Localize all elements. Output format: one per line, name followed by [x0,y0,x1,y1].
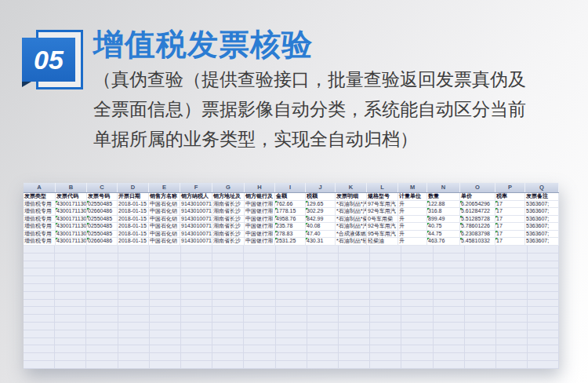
cell[interactable]: 17 [495,231,525,239]
column-header-A[interactable]: A [24,183,56,192]
cell[interactable]: 40.08 [306,223,336,231]
cell[interactable]: 增值税专用 [24,231,56,239]
cell[interactable]: 9143010071 [180,231,212,239]
cell[interactable]: 中国石化销 [149,216,180,224]
cell[interactable]: 2531.25 [275,238,306,246]
cell[interactable]: 4300171130 [56,201,87,209]
column-header-O[interactable]: O [460,183,495,192]
cell[interactable]: 5363607; [525,216,559,224]
cell[interactable]: 02660486 [87,208,118,216]
header-cell[interactable]: 规格型号 [367,193,398,201]
cell[interactable]: 中国石化销 [149,223,180,231]
cell[interactable]: 02550485 [87,216,118,224]
cell[interactable]: 中国银行湖 [245,238,275,246]
cell[interactable]: 02550485 [87,201,118,209]
column-header-H[interactable]: H [245,183,275,192]
cell[interactable]: 9143010071 [180,201,212,209]
header-cell[interactable]: 销售方名称 [149,193,180,201]
column-header-M[interactable]: M [398,183,427,192]
cell[interactable]: 97号车用汽 [367,201,398,209]
cell[interactable]: 6.23083798 [460,231,495,239]
cell[interactable]: 增值税专用 [24,238,56,246]
cell[interactable]: 842.99 [306,216,336,224]
cell[interactable]: 湖南省长沙 [212,231,245,239]
cell[interactable]: *石油制品*汽 [336,201,367,209]
header-cell[interactable]: 销方纳税人 [180,193,212,201]
cell[interactable]: 17 [495,238,525,246]
cell[interactable]: 中国银行湖 [245,231,275,239]
cell[interactable]: 463.76 [427,238,460,246]
cell[interactable]: 5363607; [525,201,559,209]
cell[interactable]: 9143010071 [180,216,212,224]
column-header-N[interactable]: N [427,183,460,192]
cell[interactable]: *石油制品*汽 [336,208,367,216]
cell[interactable]: 5363607; [525,238,559,246]
header-cell[interactable]: 发票备注 [525,193,559,201]
column-header-F[interactable]: F [180,183,212,192]
cell[interactable]: 47.40 [306,231,336,239]
cell[interactable]: 2018-01-15 [118,208,149,216]
cell[interactable]: 2018-01-15 [118,223,149,231]
column-header-J[interactable]: J [306,183,336,192]
cell[interactable]: 278.83 [275,231,306,239]
column-header-G[interactable]: G [212,183,245,192]
cell[interactable]: 6.20654296 [460,201,495,209]
cell[interactable]: 92号车用汽 [367,223,398,231]
cell[interactable]: 湖南省长沙 [212,201,245,209]
cell[interactable]: 17 [495,208,525,216]
cell[interactable]: 湖南省长沙 [212,238,245,246]
header-cell[interactable]: 计量单位 [398,193,427,201]
cell[interactable]: *石油制品*轻 [336,238,367,246]
column-header-K[interactable]: K [336,183,367,192]
cell[interactable]: 中国银行湖 [245,223,275,231]
cell[interactable]: 02550485 [87,231,118,239]
cell[interactable]: 4300171130 [56,216,87,224]
header-cell[interactable]: 发票类型 [24,193,56,201]
cell[interactable]: 9143010071 [180,223,212,231]
cell[interactable]: 2018-01-15 [118,216,149,224]
cell[interactable]: 0号车用柴 [367,216,398,224]
header-cell[interactable]: 单价 [460,193,495,201]
cell[interactable]: 4300171130 [56,231,87,239]
cell[interactable]: 5363607; [525,231,559,239]
cell[interactable]: 4300171130 [56,223,87,231]
cell[interactable]: 中国石化销 [149,201,180,209]
cell[interactable]: 95号车用汽 [367,231,398,239]
cell[interactable]: 5.51285728 [460,216,495,224]
cell[interactable]: 4958.76 [275,216,306,224]
cell[interactable]: 430.31 [306,238,336,246]
cell[interactable]: 762.66 [275,201,306,209]
cell[interactable]: 增值税专用 [24,223,56,231]
cell[interactable]: 1778.15 [275,208,306,216]
column-header-D[interactable]: D [118,183,149,192]
cell[interactable]: 302.29 [306,208,336,216]
cell[interactable]: 122.88 [427,201,460,209]
cell[interactable]: 增值税专用 [24,201,56,209]
cell[interactable]: 02550485 [87,223,118,231]
cell[interactable]: 5.61284722 [460,208,495,216]
cell[interactable]: 9143010071 [180,208,212,216]
cell[interactable]: 中国银行湖 [245,208,275,216]
cell[interactable]: 升 [398,238,427,246]
cell[interactable]: 2018-01-15 [118,238,149,246]
cell[interactable]: *石油制品*汽 [336,223,367,231]
cell[interactable]: 5.45810332 [460,238,495,246]
cell[interactable]: 235.78 [275,223,306,231]
header-cell[interactable]: 销方银行及 [245,193,275,201]
cell[interactable]: 17 [495,216,525,224]
column-header-L[interactable]: L [367,183,398,192]
cell[interactable]: 升 [398,231,427,239]
cell[interactable]: 升 [398,208,427,216]
cell[interactable]: 湖南省长沙 [212,216,245,224]
header-cell[interactable]: 税率 [495,193,525,201]
header-cell[interactable]: 发票号码 [87,193,118,201]
cell[interactable]: 升 [398,216,427,224]
cell[interactable]: 中国银行湖 [245,201,275,209]
cell[interactable]: *合成液体燃 [336,231,367,239]
cell[interactable]: 湖南省长沙 [212,223,245,231]
cell[interactable]: 9143010071 [180,238,212,246]
cell[interactable]: 4300171130 [56,208,87,216]
header-cell[interactable]: 金额 [275,193,306,201]
cell[interactable]: 轻柴油 [367,238,398,246]
cell[interactable]: *石油制品*柴 [336,216,367,224]
